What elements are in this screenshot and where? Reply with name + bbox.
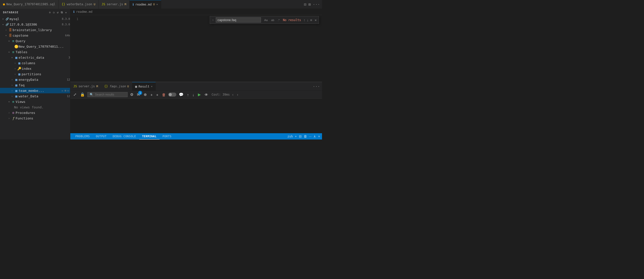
search-results-input[interactable] — [95, 93, 125, 96]
tab-js[interactable]: JS server.js M — [99, 0, 130, 9]
tree-item-partitions[interactable]: ▦ partitions — [0, 71, 70, 77]
faq-label: faq — [19, 83, 70, 87]
find-prev-btn[interactable]: ↑ — [303, 18, 306, 22]
tree-item-team-members[interactable]: ▦ team_membe... ✏ ≡ ▭ — [0, 88, 70, 93]
close-panel-btn[interactable]: × — [318, 134, 320, 138]
panel-tab-result[interactable]: ▦ Result × — [132, 82, 156, 91]
table-icon-water: ▦ — [14, 94, 19, 98]
tree-item-faq[interactable]: ▦ faq — [0, 82, 70, 88]
play-btn[interactable]: ▶ — [197, 92, 202, 97]
add-btn-1[interactable]: + — [149, 92, 154, 97]
tab-output[interactable]: OUTPUT — [93, 133, 110, 140]
file-icon[interactable]: ▭ — [67, 89, 69, 92]
tab-debug-console[interactable]: DEBUG CONSOLE — [110, 133, 139, 140]
toggle-track[interactable] — [168, 93, 176, 97]
chevron-faq — [10, 84, 14, 87]
more-terminal-btn[interactable]: ··· — [309, 134, 312, 138]
find-next-btn[interactable]: ↓ — [306, 18, 309, 22]
split-terminal-btn[interactable]: ⊟ — [299, 134, 302, 138]
cost-text: Cost: 39ms — [212, 93, 230, 96]
tree-item-procedures[interactable]: ⚙ Procedures — [0, 110, 70, 115]
copy-icon[interactable]: ⧉ — [61, 11, 63, 14]
match-word-btn[interactable]: ab — [270, 18, 276, 22]
editor-content[interactable]: 1 › Aa ab .* No results ↑ ↓ ≡ × — [70, 15, 322, 82]
tree-item-brainstation[interactable]: 🗄 brainstation_library — [0, 27, 70, 33]
find-expand-btn[interactable]: › — [212, 18, 214, 22]
tree-item-capstone[interactable]: 🗄 capstone 64k — [0, 33, 70, 38]
tree-item-connection[interactable]: 🔗 127.0.0.1@3306 8.3.0 — [0, 22, 70, 27]
find-widget: › Aa ab .* No results ↑ ↓ ≡ × — [210, 16, 319, 24]
tree-item-water-data[interactable]: ▦ water_Data 12 — [0, 93, 70, 99]
tree-item-energy-data[interactable]: ▦ energyData 12 — [0, 77, 70, 82]
find-list-btn[interactable]: ≡ — [309, 18, 312, 22]
panel-result-close[interactable]: × — [151, 85, 153, 88]
chevron-query-group — [7, 40, 11, 42]
tab-actions: ⊟ ⊞ ··· — [304, 2, 322, 7]
chat-btn[interactable]: 💬 — [178, 92, 185, 97]
match-case-btn[interactable]: Aa — [263, 18, 269, 22]
tree-item-index[interactable]: 🔑 index — [0, 66, 70, 71]
tree-item-mysql[interactable]: 🔗 mysql 8.3.0 — [0, 16, 70, 22]
tree-item-views-group[interactable]: ≡ Views — [0, 99, 70, 104]
down-arrow-btn[interactable]: ↓ — [191, 92, 195, 97]
tab-json-badge: U — [94, 3, 95, 6]
tree-item-columns[interactable]: ▦ columns — [0, 60, 70, 66]
tab-json[interactable]: {} waterData.json U — [59, 0, 98, 9]
toggle-switch[interactable] — [168, 93, 176, 97]
github-btn[interactable]: ⊕ — [143, 92, 148, 97]
add-btn-2[interactable]: + — [155, 92, 159, 97]
toolbar-next-btn[interactable]: › — [236, 92, 239, 97]
tab-sql[interactable]: ■ New_Query_1707974011985.sql — [0, 0, 59, 9]
add-icon[interactable]: + — [65, 11, 67, 14]
split-editor-icon[interactable]: ⊟ — [304, 2, 306, 7]
edit-icon[interactable]: ✏ — [62, 89, 63, 92]
maximize-panel-btn[interactable]: ∧ — [313, 134, 316, 138]
toolbar-settings-btn[interactable]: ⚙ — [129, 92, 134, 97]
panel-tabs: JS server.js M {} faqs.json U ▦ Result ×… — [70, 82, 322, 91]
list-icon[interactable]: ≡ — [65, 89, 66, 92]
tree-item-query-group[interactable]: ≡ Query — [0, 38, 70, 44]
lock-btn[interactable]: 🔒 — [79, 92, 86, 97]
up-arrow-btn[interactable]: ↑ — [186, 92, 190, 97]
info-icon: ℹ — [133, 3, 134, 6]
regex-btn[interactable]: .* — [277, 18, 281, 22]
db-connection-icon: 🔗 — [5, 17, 10, 21]
find-options: Aa ab .* — [263, 18, 281, 22]
toolbar-prev-btn[interactable]: ‹ — [231, 92, 235, 97]
views-group-icon: ≡ — [11, 100, 16, 104]
tab-readme-badge: U — [153, 3, 155, 6]
move-btn[interactable]: ⤢ — [72, 92, 78, 97]
tables-group-icon: ≡ — [11, 50, 16, 54]
tab-terminal[interactable]: TERMINAL — [139, 133, 159, 140]
tree-item-tables-group[interactable]: ≡ Tables — [0, 49, 70, 55]
settings-icon[interactable]: ⚙ — [49, 11, 51, 14]
tab-json-label: waterData.json — [67, 3, 92, 6]
toggle-sidebar-icon[interactable]: ⊞ — [308, 2, 311, 7]
delete-terminal-btn[interactable]: 🗑 — [304, 134, 307, 138]
tab-ports[interactable]: PORTS — [159, 133, 175, 140]
refresh-icon[interactable]: ↺ — [57, 11, 59, 14]
tab-sql-label: New_Query_1707974011985.sql — [6, 3, 55, 6]
water-data-label: water_Data — [19, 94, 66, 98]
index-label: index — [22, 67, 70, 71]
panel-tab-more[interactable]: ··· — [313, 84, 322, 89]
panel-tab-server-js[interactable]: JS server.js M — [70, 82, 101, 91]
add-terminal-btn[interactable]: + — [295, 134, 297, 138]
tab-readme[interactable]: ℹ readme.md U × — [130, 0, 161, 9]
eye-btn[interactable]: 👁 — [203, 92, 209, 97]
tab-readme-label: readme.md — [135, 3, 152, 6]
find-close-btn[interactable]: × — [315, 18, 317, 22]
tab-problems[interactable]: PROBLEMS — [72, 133, 93, 140]
partitions-icon: ▦ — [17, 72, 22, 76]
more-actions-icon[interactable]: ··· — [313, 2, 320, 7]
js-icon: JS — [102, 3, 105, 6]
tab-readme-close[interactable]: × — [156, 3, 158, 6]
delete-btn[interactable]: 🗑 — [161, 92, 167, 97]
panel-tab-faqs-json[interactable]: {} faqs.json U — [101, 82, 132, 91]
tree-item-functions[interactable]: ƒ Functions — [0, 115, 70, 121]
find-input[interactable] — [216, 17, 261, 23]
history-icon[interactable]: ◷ — [53, 11, 55, 14]
email-badge: 1 — [138, 91, 142, 95]
tree-item-electric-data[interactable]: ▦ electric_data 3 — [0, 55, 70, 60]
tree-item-new-query[interactable]: 🟡 New_Query_1707974011... — [0, 44, 70, 49]
